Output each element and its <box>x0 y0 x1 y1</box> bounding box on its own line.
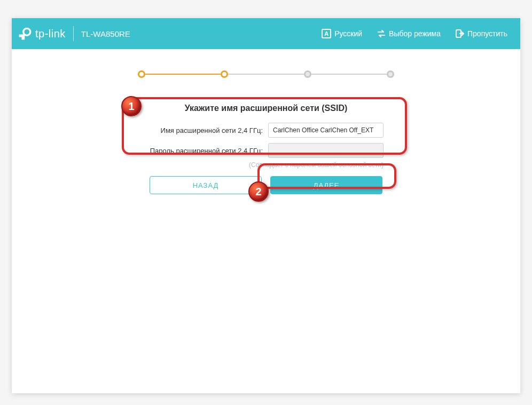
language-label: Русский <box>334 29 362 38</box>
header-actions: А Русский Выбор режима Пропустить <box>322 29 507 38</box>
tplink-icon <box>18 27 32 41</box>
content-area: Укажите имя расширенной сети (SSID) Имя … <box>12 49 520 194</box>
svg-point-0 <box>24 28 30 35</box>
header-divider <box>73 26 74 41</box>
ssid-input[interactable] <box>268 123 384 138</box>
password-hint: (Совпадает с паролем вашей основной сети… <box>116 161 416 169</box>
model-name: TL-WA850RE <box>81 29 130 38</box>
password-label: Пароль расширенной сети 2,4 ГГц: <box>150 147 263 155</box>
ssid-label: Имя расширенной сети 2,4 ГГц: <box>161 126 263 134</box>
exit-icon <box>456 29 464 38</box>
button-row: НАЗАД ДАЛЕЕ <box>116 176 416 194</box>
progress-stepper <box>138 70 394 78</box>
password-row: Пароль расширенной сети 2,4 ГГц: <box>116 143 416 158</box>
password-input[interactable] <box>268 143 384 158</box>
step-1-dot <box>138 70 145 78</box>
form-title: Укажите имя расширенной сети (SSID) <box>116 104 416 113</box>
brand-text: tp-link <box>35 28 66 40</box>
svg-rect-2 <box>19 35 25 37</box>
language-selector[interactable]: А Русский <box>322 29 362 38</box>
skip-label: Пропустить <box>467 29 507 38</box>
step-line-2 <box>228 74 303 75</box>
step-2-dot <box>221 70 228 78</box>
language-icon: А <box>322 29 331 38</box>
back-button[interactable]: НАЗАД <box>150 176 262 194</box>
brand-logo: tp-link <box>18 27 66 41</box>
next-button[interactable]: ДАЛЕЕ <box>270 176 382 194</box>
step-4-dot <box>387 70 394 78</box>
mode-selector[interactable]: Выбор режима <box>377 29 441 38</box>
mode-label: Выбор режима <box>389 29 441 38</box>
step-line-3 <box>311 74 387 75</box>
ssid-row: Имя расширенной сети 2,4 ГГц: <box>116 123 416 138</box>
app-window: tp-link TL-WA850RE А Русский Выбор режим… <box>12 18 520 393</box>
swap-icon <box>377 29 386 38</box>
ssid-form: Укажите имя расширенной сети (SSID) Имя … <box>116 104 416 194</box>
header: tp-link TL-WA850RE А Русский Выбор режим… <box>12 18 520 49</box>
step-3-dot <box>304 70 311 78</box>
skip-button[interactable]: Пропустить <box>456 29 507 38</box>
step-line-1 <box>145 74 221 75</box>
